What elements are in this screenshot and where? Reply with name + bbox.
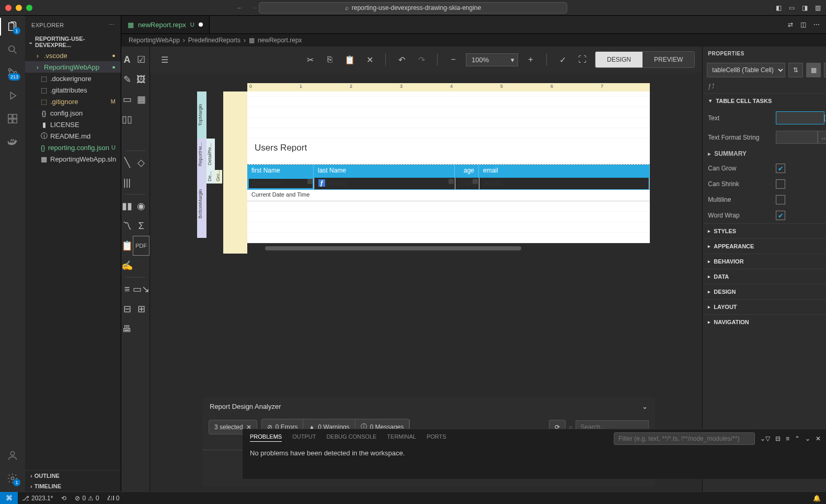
smart-tag-icon[interactable] xyxy=(307,179,313,184)
section-design[interactable]: ▸DESIGN xyxy=(703,284,826,299)
tree-item-5[interactable]: {}config.json xyxy=(25,107,121,119)
col-email[interactable]: email xyxy=(479,165,650,177)
search-props-icon[interactable]: ⌕ xyxy=(824,63,826,77)
remote-icon[interactable]: ⌘ xyxy=(0,492,18,505)
panel-tab-ports[interactable]: PORTS xyxy=(427,433,446,442)
smart-tag-icon[interactable] xyxy=(449,179,454,184)
element-selector[interactable]: tableCell8 (Table Cell) xyxy=(707,63,785,77)
design-tab[interactable]: DESIGN xyxy=(595,52,643,67)
collapse-all-icon[interactable]: ⊟ xyxy=(775,435,781,442)
filter-icon[interactable]: ⌄▽ xyxy=(760,435,770,442)
checkbox-tool-icon[interactable]: ☑ xyxy=(133,50,150,70)
problems-status[interactable]: ⊘0⚠0 xyxy=(71,495,103,502)
signature-tool-icon[interactable]: ✍ xyxy=(121,256,133,276)
cell-firstname[interactable]: [firstName] xyxy=(248,178,314,189)
format-input[interactable] xyxy=(776,131,818,144)
section-appearance[interactable]: ▸APPEARANCE xyxy=(703,238,826,254)
band-bottommargin[interactable]: BottomMargin xyxy=(197,170,206,238)
collapse-icon[interactable]: ⌄ xyxy=(642,403,648,410)
section-navigation[interactable]: ▸NAVIGATION xyxy=(703,314,826,329)
tree-item-7[interactable]: ⓘREADME.md xyxy=(25,130,121,142)
validate-icon[interactable]: ✓ xyxy=(555,52,570,67)
print-tool-icon[interactable]: 🖶 xyxy=(121,319,133,339)
settings-gear-icon[interactable]: 1 xyxy=(6,472,19,485)
zoom-in-icon[interactable]: + xyxy=(523,52,538,67)
cell-email[interactable]: [email] xyxy=(479,178,649,189)
table-data-row[interactable]: [firstName] ƒ[Name] [age] [email] xyxy=(247,177,650,190)
paste-icon[interactable]: 📋 xyxy=(342,52,357,67)
bottommargin-band[interactable] xyxy=(247,201,650,243)
section-layout[interactable]: ▸LAYOUT xyxy=(703,299,826,314)
search-activity-icon[interactable] xyxy=(6,43,19,56)
character-comb-icon[interactable]: ▯▯ xyxy=(121,109,133,129)
band-detail[interactable]: De... xyxy=(206,170,215,184)
tree-item-8[interactable]: {}reporting.config.jsonU xyxy=(25,142,121,153)
report-header-band[interactable]: Users Report xyxy=(247,139,650,165)
barcode-tool-icon[interactable]: ||| xyxy=(121,173,133,192)
categorize-icon[interactable]: ▦ xyxy=(806,63,821,77)
cell-age[interactable]: [age] xyxy=(455,178,479,189)
col-firstname[interactable]: first Name xyxy=(247,165,314,177)
menu-icon[interactable]: ☰ xyxy=(157,52,172,67)
sigma-tool-icon[interactable]: Σ xyxy=(133,216,150,236)
table-header-row[interactable]: first Name last Name age email xyxy=(247,165,650,177)
band-reportheader[interactable]: ReportHe... xyxy=(197,139,206,170)
section-data[interactable]: ▸DATA xyxy=(703,269,826,284)
extensions-icon[interactable] xyxy=(6,112,19,125)
multiline-checkbox[interactable] xyxy=(776,195,785,204)
fullscreen-icon[interactable]: ⛶ xyxy=(575,52,590,67)
notifications-icon[interactable]: 🔔 xyxy=(809,495,826,502)
command-center[interactable]: ⌕ reporting-use-devexpress-drawing-skia-… xyxy=(259,2,567,14)
col-lastname[interactable]: last Name xyxy=(314,165,455,177)
copy-icon[interactable]: ⎘ xyxy=(323,52,337,67)
account-icon[interactable] xyxy=(6,449,19,462)
reset-icon[interactable] xyxy=(824,115,826,121)
explorer-icon[interactable]: 1 xyxy=(6,20,19,33)
pdf-tool-icon[interactable]: PDF xyxy=(133,236,150,256)
problems-filter[interactable] xyxy=(614,432,755,445)
tree-item-0[interactable]: ›.vscode● xyxy=(25,50,121,61)
subreport-tool-icon[interactable]: ▭↘ xyxy=(133,279,150,299)
split-icon[interactable]: ◫ xyxy=(800,21,806,28)
smart-tag-icon[interactable] xyxy=(473,179,478,184)
panel-tab-terminal[interactable]: TERMINAL xyxy=(387,433,416,442)
section-styles[interactable]: ▸STYLES xyxy=(703,223,826,238)
close-panel-icon[interactable]: ✕ xyxy=(816,435,821,442)
maximize-window[interactable] xyxy=(26,5,32,11)
sparkline-tool-icon[interactable]: 〽 xyxy=(121,216,133,236)
chart-tool-icon[interactable]: ▮▮ xyxy=(121,196,133,216)
band-detailreport[interactable]: DetailRe... xyxy=(206,139,215,170)
richtext-tool-icon[interactable]: ✎ xyxy=(121,70,133,89)
crossband-tool-icon[interactable]: ⊞ xyxy=(133,299,150,319)
ellipsis-icon[interactable]: … xyxy=(818,131,826,144)
debug-icon[interactable] xyxy=(6,89,19,102)
zoom-out-icon[interactable]: − xyxy=(446,52,461,67)
cut-icon[interactable]: ✂ xyxy=(303,52,317,67)
customize-icon[interactable]: ▥ xyxy=(815,4,821,12)
chevron-down-icon[interactable]: ⌄ xyxy=(805,435,810,442)
text-input[interactable] xyxy=(776,111,824,124)
tree-item-1[interactable]: ›ReportingWebApp● xyxy=(25,61,121,73)
crumb-0[interactable]: ReportingWebApp xyxy=(129,37,180,44)
cell-lastname[interactable]: ƒ[Name] xyxy=(314,178,455,189)
folder-root[interactable]: ⌄ REPORTING-USE-DEVEXPRE... xyxy=(25,34,121,50)
panel-icon[interactable]: ▭ xyxy=(789,4,795,12)
crumb-1[interactable]: PredefinedReports xyxy=(188,37,240,44)
lines-tool-icon[interactable]: ≡ xyxy=(121,279,133,299)
crumb-2[interactable]: newReport.repx xyxy=(258,37,302,44)
minimize-window[interactable] xyxy=(16,5,22,11)
docker-icon[interactable] xyxy=(6,135,19,148)
panel-tab-problems[interactable]: PROBLEMS xyxy=(250,433,282,442)
topmargin-band[interactable] xyxy=(247,91,650,139)
band-topmargin[interactable]: TopMargin xyxy=(197,91,206,139)
section-behavior[interactable]: ▸BEHAVIOR xyxy=(703,254,826,269)
tree-item-4[interactable]: ⬚.gitignoreM xyxy=(25,96,121,107)
timeline-section[interactable]: ›TIMELINE xyxy=(25,481,121,491)
label-tool-icon[interactable]: A xyxy=(121,50,133,70)
col-age[interactable]: age xyxy=(455,165,479,177)
table-tool-icon[interactable]: ▦ xyxy=(133,89,150,109)
preview-tab[interactable]: PREVIEW xyxy=(643,52,694,67)
sync-status[interactable]: ⟲ xyxy=(57,495,71,502)
picture-tool-icon[interactable]: 🖼 xyxy=(133,70,150,89)
sort-icon[interactable]: ⇅ xyxy=(788,63,803,77)
